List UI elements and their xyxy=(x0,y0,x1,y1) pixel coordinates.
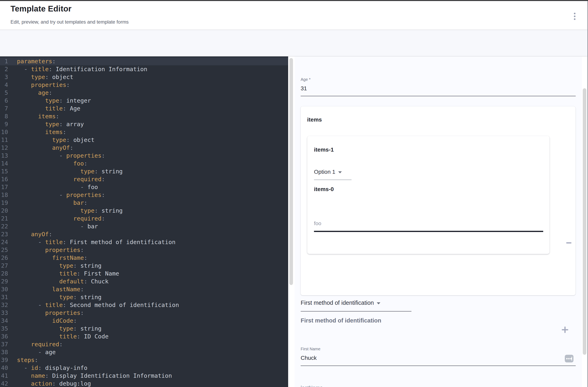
code-line[interactable]: 11 type: object xyxy=(0,136,288,144)
line-number: 14 xyxy=(0,160,11,168)
line-number: 39 xyxy=(0,356,11,364)
page-scrollbar-thumb[interactable] xyxy=(583,88,586,355)
foo-input[interactable]: foo xyxy=(314,220,321,227)
code-line[interactable]: 26 firstName: xyxy=(0,254,288,262)
code-line[interactable]: 34 idCode: xyxy=(0,317,288,325)
code-line[interactable]: 36 title: ID Code xyxy=(0,333,288,340)
code-line[interactable]: 9 type: array xyxy=(0,120,288,128)
code-line[interactable]: 22 - bar xyxy=(0,223,288,230)
autofill-adornment-icon[interactable] xyxy=(565,355,573,362)
line-number: 33 xyxy=(0,309,11,317)
line-number: 11 xyxy=(0,136,11,144)
option-select-value: Option 1 xyxy=(314,169,335,175)
code-line[interactable]: 1parameters: xyxy=(0,58,288,65)
items-entry-card: items-1 Option 1 items-0 foo xyxy=(307,136,549,254)
code-line[interactable]: 21 required: xyxy=(0,215,288,223)
line-number: 38 xyxy=(0,348,11,356)
method-select[interactable]: First method of identification xyxy=(301,300,380,306)
code-line[interactable]: 17 - foo xyxy=(0,183,288,191)
code-text: foo: xyxy=(11,160,87,168)
first-name-label: First Name xyxy=(301,347,320,351)
editor-scrollbar-thumb[interactable] xyxy=(289,58,293,285)
code-line[interactable]: 18 - properties: xyxy=(0,191,288,199)
code-line[interactable]: 4 properties: xyxy=(0,81,288,89)
code-text: default: Chuck xyxy=(11,278,108,285)
code-line[interactable]: 5 age: xyxy=(0,89,288,97)
code-line[interactable]: 7 title: Age xyxy=(0,105,288,113)
caret-down-icon xyxy=(338,171,342,173)
page-subtitle: Edit, preview, and try out templates and… xyxy=(10,19,129,25)
code-editor[interactable]: 1parameters:2 - title: Identification In… xyxy=(0,57,294,387)
line-number: 21 xyxy=(0,215,11,223)
code-line[interactable]: 33 properties: xyxy=(0,309,288,317)
line-number: 4 xyxy=(0,81,11,89)
code-line[interactable]: 10 items: xyxy=(0,128,288,136)
line-number: 5 xyxy=(0,89,11,97)
age-field-label: Age * xyxy=(301,77,311,82)
code-line[interactable]: 25 properties: xyxy=(0,246,288,254)
code-text: age: xyxy=(11,89,52,97)
code-text: items: xyxy=(11,128,66,136)
code-lines[interactable]: 1parameters:2 - title: Identification In… xyxy=(0,57,288,387)
code-text: idCode: xyxy=(11,317,77,325)
last-name-input[interactable]: lastName xyxy=(301,385,323,387)
code-text: lastName: xyxy=(11,285,84,293)
line-number: 26 xyxy=(0,254,11,262)
code-line[interactable]: 3 type: object xyxy=(0,73,288,81)
code-line[interactable]: 32 - title: Second method of identificat… xyxy=(0,301,288,309)
code-text: type: string xyxy=(11,168,123,175)
code-text: type: string xyxy=(11,262,102,270)
line-number: 3 xyxy=(0,73,11,81)
code-line[interactable]: 31 type: string xyxy=(0,293,288,301)
code-line[interactable]: 29 default: Chuck xyxy=(0,278,288,285)
kebab-menu-icon xyxy=(574,13,575,20)
line-number: 36 xyxy=(0,333,11,340)
template-loader-section: Load Existing Template Identification Te… xyxy=(0,30,588,56)
remove-item-button[interactable] xyxy=(564,238,574,248)
code-text: firstName: xyxy=(11,254,87,262)
code-line[interactable]: 13 - properties: xyxy=(0,152,288,160)
code-line[interactable]: 6 type: integer xyxy=(0,97,288,105)
code-line[interactable]: 35 type: string xyxy=(0,325,288,333)
code-line[interactable]: 38 - age xyxy=(0,348,288,356)
code-text: title: ID Code xyxy=(11,333,108,340)
window-top-edge xyxy=(0,0,588,1)
code-text: required: xyxy=(11,215,105,223)
code-text: items: xyxy=(11,113,59,120)
code-line[interactable]: 37 required: xyxy=(0,340,288,348)
code-line[interactable]: 14 foo: xyxy=(0,160,288,168)
items-card: items items-1 Option 1 items-0 foo xyxy=(301,106,575,295)
form-preview-panel: Age * 31 items items-1 Option 1 items-0 … xyxy=(294,57,582,387)
code-text: bar: xyxy=(11,199,87,207)
option-select-underline xyxy=(314,180,352,180)
code-line[interactable]: 15 type: string xyxy=(0,168,288,175)
code-line[interactable]: 19 bar: xyxy=(0,199,288,207)
code-line[interactable]: 42 action: debug:log xyxy=(0,380,288,387)
code-text: parameters: xyxy=(11,58,56,65)
line-number: 6 xyxy=(0,97,11,105)
code-line[interactable]: 39steps: xyxy=(0,356,288,364)
code-line[interactable]: 40 - id: display-info xyxy=(0,364,288,372)
code-text: properties: xyxy=(11,246,84,254)
code-line[interactable]: 30 lastName: xyxy=(0,285,288,293)
code-line[interactable]: 2 - title: Identification Information xyxy=(0,65,288,73)
option-select[interactable]: Option 1 xyxy=(314,169,342,175)
code-line[interactable]: 41 name: Display Identification Informat… xyxy=(0,372,288,380)
age-input[interactable]: 31 xyxy=(301,85,307,92)
code-text: title: First Name xyxy=(11,270,119,278)
code-line[interactable]: 27 type: string xyxy=(0,262,288,270)
code-line[interactable]: 12 anyOf: xyxy=(0,144,288,152)
code-line[interactable]: 23 anyOf: xyxy=(0,230,288,238)
add-item-button[interactable] xyxy=(559,324,571,335)
code-line[interactable]: 16 required: xyxy=(0,175,288,183)
code-line[interactable]: 8 items: xyxy=(0,113,288,120)
page-title: Template Editor xyxy=(10,4,71,13)
line-number: 17 xyxy=(0,183,11,191)
code-line[interactable]: 20 type: string xyxy=(0,207,288,215)
line-number: 24 xyxy=(0,238,11,246)
more-menu-button[interactable] xyxy=(569,9,580,24)
first-name-input[interactable]: Chuck xyxy=(301,355,316,361)
code-line[interactable]: 24 - title: First method of identificati… xyxy=(0,238,288,246)
line-number: 23 xyxy=(0,230,11,238)
code-line[interactable]: 28 title: First Name xyxy=(0,270,288,278)
